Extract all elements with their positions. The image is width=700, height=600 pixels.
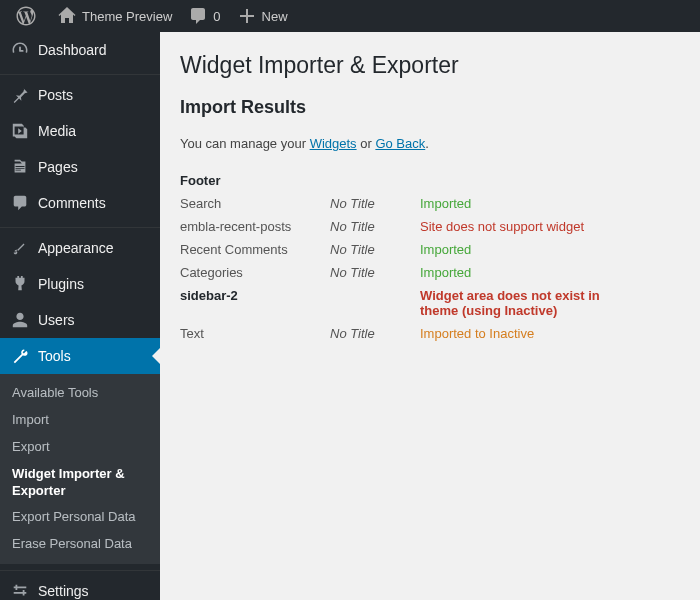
submenu-widget-importer-exporter[interactable]: Widget Importer & Exporter — [0, 461, 160, 505]
dashboard-icon — [10, 40, 30, 60]
table-row: TextNo TitleImported to Inactive — [180, 322, 640, 345]
brush-icon — [10, 238, 30, 258]
widget-name: Categories — [180, 261, 330, 284]
widget-title: No Title — [330, 215, 420, 238]
comments-button[interactable]: 0 — [180, 0, 228, 32]
menu-separator — [0, 566, 160, 571]
sidebar-item-posts[interactable]: Posts — [0, 77, 160, 113]
wrench-icon — [10, 346, 30, 366]
widget-name: Text — [180, 322, 330, 345]
sidebar-item-plugins[interactable]: Plugins — [0, 266, 160, 302]
main-wrap: Dashboard Posts Media Pages Comments App… — [0, 32, 700, 600]
wordpress-icon — [16, 6, 36, 26]
page-title: Widget Importer & Exporter — [180, 52, 680, 79]
widget-title: No Title — [330, 261, 420, 284]
sidebar-item-media[interactable]: Media — [0, 113, 160, 149]
intro-text: You can manage your Widgets or Go Back. — [180, 136, 680, 151]
section-heading: sidebar-2 — [180, 284, 420, 322]
sidebar-item-label: Tools — [38, 348, 71, 364]
media-icon — [10, 121, 30, 141]
table-section-row: sidebar-2Widget area does not exist in t… — [180, 284, 640, 322]
site-home-button[interactable]: Theme Preview — [49, 0, 180, 32]
submenu-import[interactable]: Import — [0, 407, 160, 434]
submenu-available-tools[interactable]: Available Tools — [0, 380, 160, 407]
widget-name: embla-recent-posts — [180, 215, 330, 238]
section-heading: Footer — [180, 169, 420, 192]
sidebar-item-label: Comments — [38, 195, 106, 211]
wp-logo-button[interactable] — [8, 0, 49, 32]
section-status — [420, 169, 640, 192]
sidebar-item-label: Users — [38, 312, 75, 328]
menu-separator — [0, 223, 160, 228]
widget-name: Search — [180, 192, 330, 215]
widget-status: Imported — [420, 192, 640, 215]
widget-title: No Title — [330, 192, 420, 215]
table-row: SearchNo TitleImported — [180, 192, 640, 215]
widget-status: Imported — [420, 261, 640, 284]
sidebar-item-label: Posts — [38, 87, 73, 103]
main-content: Widget Importer & Exporter Import Result… — [160, 32, 700, 600]
table-row: Recent CommentsNo TitleImported — [180, 238, 640, 261]
sidebar-item-settings[interactable]: Settings — [0, 573, 160, 600]
new-label: New — [262, 9, 288, 24]
widget-title: No Title — [330, 322, 420, 345]
sidebar-item-label: Dashboard — [38, 42, 107, 58]
home-icon — [57, 6, 77, 26]
sidebar-item-label: Pages — [38, 159, 78, 175]
comments-count: 0 — [213, 9, 220, 24]
widget-status: Imported — [420, 238, 640, 261]
import-results-table: FooterSearchNo TitleImportedembla-recent… — [180, 169, 640, 345]
sidebar-item-pages[interactable]: Pages — [0, 149, 160, 185]
submenu-export-personal-data[interactable]: Export Personal Data — [0, 504, 160, 531]
table-row: embla-recent-postsNo TitleSite does not … — [180, 215, 640, 238]
widget-status: Site does not support widget — [420, 215, 640, 238]
table-row: CategoriesNo TitleImported — [180, 261, 640, 284]
sidebar-item-comments[interactable]: Comments — [0, 185, 160, 221]
pin-icon — [10, 85, 30, 105]
sidebar-item-label: Settings — [38, 583, 89, 599]
go-back-link[interactable]: Go Back — [375, 136, 425, 151]
sidebar-item-label: Media — [38, 123, 76, 139]
plus-icon — [237, 6, 257, 26]
sidebar-item-label: Plugins — [38, 276, 84, 292]
widget-title: No Title — [330, 238, 420, 261]
sidebar-item-users[interactable]: Users — [0, 302, 160, 338]
comment-icon — [10, 193, 30, 213]
sidebar-item-dashboard[interactable]: Dashboard — [0, 32, 160, 68]
user-icon — [10, 310, 30, 330]
plug-icon — [10, 274, 30, 294]
admin-sidebar: Dashboard Posts Media Pages Comments App… — [0, 32, 160, 600]
widget-name: Recent Comments — [180, 238, 330, 261]
sidebar-item-appearance[interactable]: Appearance — [0, 230, 160, 266]
section-status: Widget area does not exist in theme (usi… — [420, 284, 640, 322]
menu-separator — [0, 70, 160, 75]
sidebar-item-tools[interactable]: Tools — [0, 338, 160, 374]
table-section-row: Footer — [180, 169, 640, 192]
page-icon — [10, 157, 30, 177]
sliders-icon — [10, 581, 30, 600]
widget-status: Imported to Inactive — [420, 322, 640, 345]
new-content-button[interactable]: New — [229, 0, 296, 32]
widgets-link[interactable]: Widgets — [310, 136, 357, 151]
page-subtitle: Import Results — [180, 97, 680, 118]
admin-toolbar: Theme Preview 0 New — [0, 0, 700, 32]
sidebar-item-label: Appearance — [38, 240, 114, 256]
comment-icon — [188, 6, 208, 26]
submenu-export[interactable]: Export — [0, 434, 160, 461]
tools-submenu: Available Tools Import Export Widget Imp… — [0, 374, 160, 564]
submenu-erase-personal-data[interactable]: Erase Personal Data — [0, 531, 160, 558]
site-title: Theme Preview — [82, 9, 172, 24]
